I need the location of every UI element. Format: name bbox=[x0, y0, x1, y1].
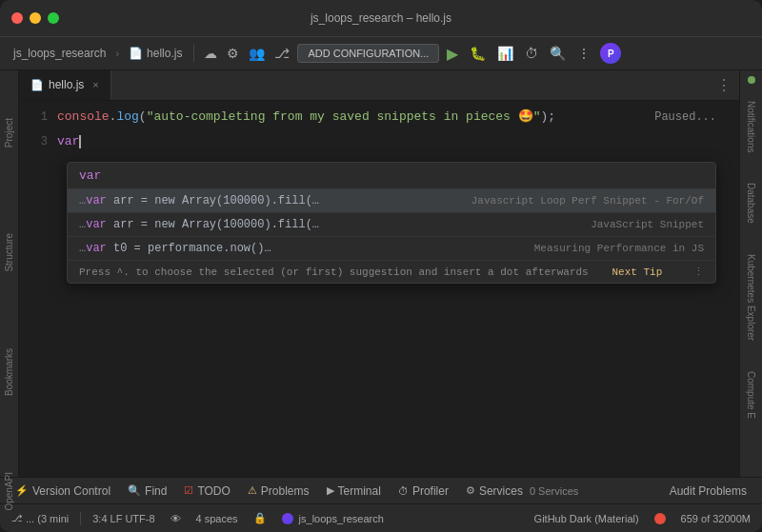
position-label: 3:4 bbox=[92, 513, 107, 524]
settings-icon[interactable]: ⚙ bbox=[225, 44, 241, 63]
indent-item[interactable]: 4 spaces bbox=[192, 511, 242, 526]
tab-terminal-label: Terminal bbox=[338, 484, 381, 498]
autocomplete-footer-text: Press ^. to choose the selected (or firs… bbox=[79, 266, 589, 278]
indent-label: 4 spaces bbox=[196, 513, 238, 524]
lock-icon: 🔒 bbox=[253, 512, 267, 524]
autocomplete-dropdown: var …var arr = new Array(100000).fill(… … bbox=[67, 162, 716, 284]
autocomplete-item-2[interactable]: …var t0 = performance.now()… Measuring P… bbox=[68, 237, 715, 261]
line-number-3: 3 bbox=[19, 131, 57, 152]
autocomplete-item-0[interactable]: …var arr = new Array(100000).fill(… Java… bbox=[68, 189, 715, 213]
file-icon: 📄 bbox=[129, 47, 143, 60]
paused-label: Paused... bbox=[654, 110, 716, 124]
services-icon: ⚙ bbox=[466, 484, 475, 497]
bottom-tab-bar: ⚡ Version Control 🔍 Find ☑ TODO ⚠ Proble… bbox=[0, 477, 762, 503]
traffic-lights bbox=[11, 12, 59, 24]
problems-icon: ⚠ bbox=[248, 484, 257, 497]
tab-find[interactable]: 🔍 Find bbox=[120, 482, 174, 501]
project-name[interactable]: js_loops_research bbox=[10, 45, 110, 62]
tab-todo-label: TODO bbox=[197, 484, 230, 498]
tab-hello-js[interactable]: 📄 hello.js × bbox=[19, 70, 111, 100]
sidebar-item-notifications[interactable]: Notifications bbox=[742, 93, 760, 160]
close-button[interactable] bbox=[11, 12, 23, 24]
code-line-3: 3 var bbox=[19, 131, 739, 152]
line-number-1: 1 bbox=[19, 107, 57, 128]
debug-icon[interactable]: 🐛 bbox=[468, 44, 488, 63]
log-method: log bbox=[116, 109, 138, 124]
window-title: js_loops_research – hello.js bbox=[311, 11, 451, 25]
profiler-icon: ⏱ bbox=[398, 485, 409, 497]
cloud-icon[interactable]: ☁ bbox=[202, 44, 219, 63]
charset-label: UTF-8 bbox=[125, 513, 154, 524]
tab-services[interactable]: ⚙ Services 0 Services bbox=[458, 482, 586, 501]
string-literal-1: "auto-completing from my saved snippets … bbox=[147, 109, 541, 124]
breadcrumb-sep: › bbox=[115, 48, 119, 59]
autocomplete-menu-icon[interactable]: ⋮ bbox=[693, 266, 704, 278]
next-tip-link[interactable]: Next Tip bbox=[612, 266, 662, 278]
tab-more-button[interactable]: ⋮ bbox=[709, 70, 739, 100]
git-branch-label: ... (3 mini bbox=[26, 513, 69, 524]
code-editor[interactable]: Paused... 1 console.log("auto-completing… bbox=[19, 101, 739, 477]
error-dot-item[interactable] bbox=[651, 511, 670, 526]
error-dot bbox=[654, 513, 666, 524]
add-config-button[interactable]: ADD CONFIGURATION... bbox=[297, 44, 439, 63]
git-branch-item[interactable]: ⎇ ... (3 mini bbox=[8, 511, 72, 526]
encoding-label: LF bbox=[110, 513, 123, 524]
tab-audit-problems[interactable]: Audit Problems bbox=[662, 482, 754, 501]
run-button[interactable]: ▶ bbox=[445, 43, 460, 65]
version-control-icon: ⚡ bbox=[15, 484, 29, 497]
position-item[interactable]: 3:4 LF UTF-8 bbox=[89, 511, 158, 526]
ac-code-2: …var t0 = performance.now()… bbox=[79, 242, 391, 255]
sidebar-item-openapi[interactable]: OpenAPI bbox=[4, 472, 14, 511]
sidebar-item-compute[interactable]: Compute E bbox=[742, 364, 760, 426]
git-icon[interactable]: ⎇ bbox=[272, 44, 291, 63]
code-content-3: var bbox=[57, 131, 739, 152]
sidebar-item-project[interactable]: Project bbox=[4, 118, 14, 148]
tab-file-icon: 📄 bbox=[30, 79, 44, 91]
ac-hint-2: Measuring Performance in JS bbox=[391, 243, 704, 254]
tab-problems-label: Problems bbox=[261, 484, 310, 498]
tab-profiler[interactable]: ⏱ Profiler bbox=[391, 482, 456, 501]
theme-item[interactable]: GitHub Dark (Material) bbox=[531, 511, 643, 526]
tab-terminal[interactable]: ▶ Terminal bbox=[319, 482, 389, 501]
profile-icon[interactable]: ⏱ bbox=[523, 44, 540, 63]
toolbar: js_loops_research › 📄 hello.js ☁ ⚙ 👥 ⎇ A… bbox=[0, 36, 762, 70]
tab-label: hello.js bbox=[49, 78, 84, 91]
file-name-breadcrumb: hello.js bbox=[147, 47, 182, 60]
title-bar: js_loops_research – hello.js bbox=[0, 0, 762, 36]
tab-find-label: Find bbox=[145, 484, 167, 498]
pieces-label-item[interactable]: js_loops_research bbox=[278, 511, 388, 526]
ac-hint-1: JavaScript Snippet bbox=[391, 219, 704, 230]
search-toolbar-icon[interactable]: 🔍 bbox=[548, 44, 568, 63]
coverage-icon[interactable]: 📊 bbox=[495, 44, 515, 63]
tab-close-button[interactable]: × bbox=[92, 79, 98, 90]
sidebar-item-bookmarks[interactable]: Bookmarks bbox=[4, 348, 14, 396]
sidebar-item-structure[interactable]: Structure bbox=[4, 233, 14, 272]
separator bbox=[193, 45, 194, 62]
editor-area: 📄 hello.js × ⋮ Paused... 1 console.log("… bbox=[19, 70, 739, 477]
memory-item[interactable]: 659 of 32000M bbox=[677, 511, 754, 526]
toolbar-right: ▶ 🐛 📊 ⏱ 🔍 ⋮ P bbox=[445, 43, 621, 65]
tab-problems[interactable]: ⚠ Problems bbox=[240, 482, 317, 501]
git-branch-icon: ⎇ bbox=[11, 513, 23, 523]
minimize-button[interactable] bbox=[30, 12, 41, 24]
pieces-small-icon bbox=[282, 513, 293, 524]
lock-item[interactable]: 🔒 bbox=[250, 510, 271, 526]
pieces-icon[interactable]: P bbox=[600, 43, 621, 64]
autocomplete-item-1[interactable]: …var arr = new Array(100000).fill(… Java… bbox=[68, 213, 715, 237]
file-tab[interactable]: 📄 hello.js bbox=[125, 45, 186, 62]
sidebar-item-kubernetes[interactable]: Kubernetes Explorer bbox=[742, 246, 760, 348]
todo-icon: ☑ bbox=[184, 484, 193, 497]
more-toolbar-icon[interactable]: ⋮ bbox=[575, 44, 592, 63]
var-keyword: var bbox=[57, 134, 79, 148]
tab-profiler-label: Profiler bbox=[412, 484, 449, 498]
eye-item[interactable]: 👁 bbox=[167, 511, 185, 526]
pieces-project-label: js_loops_research bbox=[299, 513, 384, 524]
tab-version-control[interactable]: ⚡ Version Control bbox=[8, 482, 118, 501]
users-icon[interactable]: 👥 bbox=[247, 44, 267, 63]
code-content-1: console.log("auto-completing from my sav… bbox=[57, 107, 739, 128]
tab-bar: 📄 hello.js × ⋮ bbox=[19, 70, 739, 101]
tab-todo[interactable]: ☑ TODO bbox=[176, 482, 237, 501]
maximize-button[interactable] bbox=[48, 12, 59, 24]
sidebar-item-database[interactable]: Database bbox=[742, 175, 760, 231]
ac-hint-0: Javascript Loop Perf Snippet - For/Of bbox=[391, 195, 704, 207]
